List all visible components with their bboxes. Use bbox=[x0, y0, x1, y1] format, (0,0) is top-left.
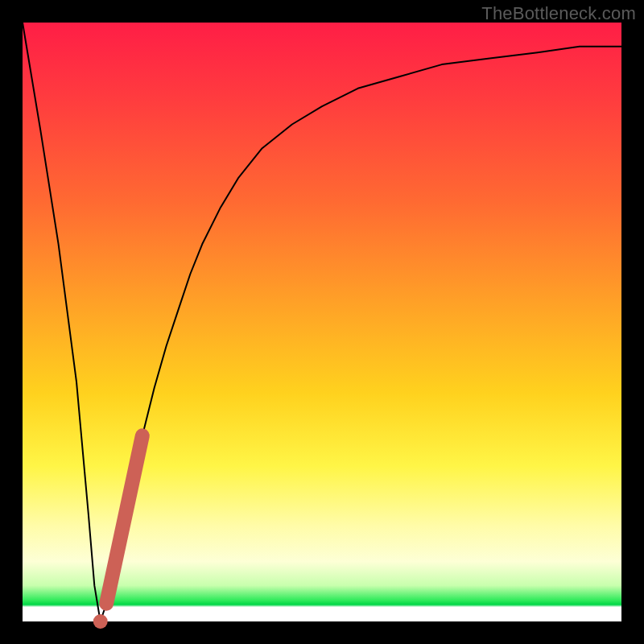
highlight-bar bbox=[106, 436, 142, 603]
highlight-dot bbox=[93, 614, 108, 629]
curve-svg bbox=[23, 23, 621, 621]
bottleneck-curve-path bbox=[23, 23, 621, 621]
plot-area bbox=[23, 23, 621, 621]
chart-frame: TheBottleneck.com bbox=[0, 0, 644, 644]
watermark-text: TheBottleneck.com bbox=[481, 3, 636, 24]
